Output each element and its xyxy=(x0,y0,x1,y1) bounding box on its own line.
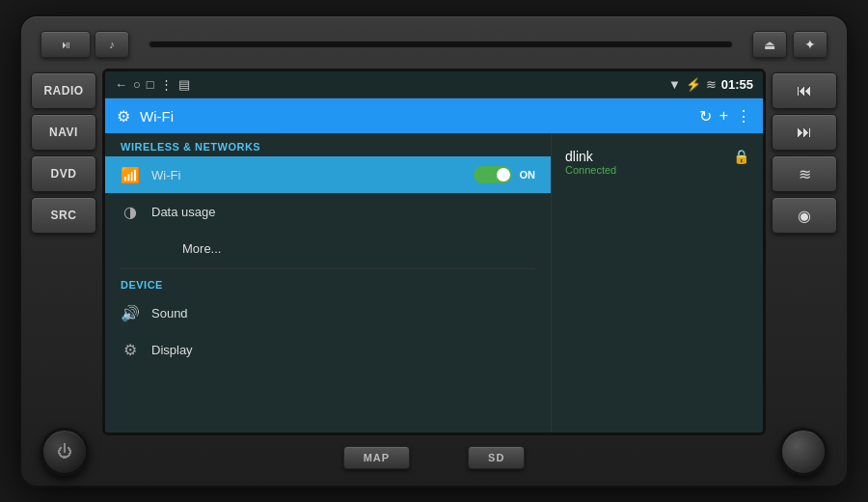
wifi-toggle-switch[interactable] xyxy=(474,166,512,183)
music-icon: ♪ xyxy=(109,39,115,50)
sd-button[interactable]: SD xyxy=(468,446,525,469)
action-bar-icons: ↻ + ⋮ xyxy=(699,107,751,126)
eject-button[interactable]: ⏏ xyxy=(752,31,787,58)
network-item-dlink[interactable]: 🔒 dlink Connected xyxy=(561,143,753,181)
top-right-buttons: ⏏ ✦ xyxy=(752,31,827,58)
display-label: Display xyxy=(151,343,535,357)
action-bar: ⚙ Wi-Fi ↻ + ⋮ xyxy=(105,98,763,133)
android-screen: ← ○ □ ⋮ ▤ ▼ ⚡ ≋ 01:55 ⚙ xyxy=(105,71,763,432)
network-panel: 🔒 dlink Connected xyxy=(551,133,763,432)
settings-gear-icon: ⚙ xyxy=(117,107,130,126)
settings-list: WIRELESS & NETWORKS 📶 Wi-Fi ON xyxy=(105,133,551,432)
data-usage-item[interactable]: ◑ Data usage xyxy=(105,193,551,230)
volume-knob-area xyxy=(779,428,827,476)
bluetooth-status-icon: ⚡ xyxy=(686,77,701,92)
data-usage-label: Data usage xyxy=(151,205,535,219)
antenna-button[interactable]: ◉ xyxy=(772,197,837,234)
status-bar-indicators: ▼ ⚡ ≋ 01:55 xyxy=(668,77,753,92)
display-icon: ⚙ xyxy=(121,341,140,359)
wifi-label: Wi-Fi xyxy=(151,168,462,182)
radio-button[interactable]: RADIO xyxy=(31,72,96,109)
eject-icon: ⏏ xyxy=(764,38,775,52)
status-bar: ← ○ □ ⋮ ▤ ▼ ⚡ ≋ 01:55 xyxy=(105,71,763,98)
recent-apps-icon[interactable]: □ xyxy=(147,77,154,92)
wifi-item-icon: 📶 xyxy=(121,166,140,184)
music-button[interactable]: ♪ xyxy=(95,31,129,58)
src-button[interactable]: SRC xyxy=(31,197,96,234)
wifi-signal-button[interactable]: ≋ xyxy=(772,155,837,192)
action-bar-title: Wi-Fi xyxy=(140,108,690,125)
fast-forward-icon: ⏭ xyxy=(797,124,812,141)
home-icon[interactable]: ○ xyxy=(133,77,141,92)
network-name: dlink xyxy=(565,149,749,164)
time-display: 01:55 xyxy=(721,77,753,92)
overflow-menu-icon[interactable]: ⋮ xyxy=(736,107,751,126)
navi-button[interactable]: NAVI xyxy=(31,114,96,151)
back-icon[interactable]: ← xyxy=(115,77,127,92)
wifi-signal-icon: ≋ xyxy=(799,165,811,183)
top-bar: ⏯ ♪ ⏏ ✦ xyxy=(31,24,837,65)
map-button[interactable]: MAP xyxy=(343,446,410,469)
brightness-button[interactable]: ✦ xyxy=(793,31,827,58)
rewind-button[interactable]: ⏮ xyxy=(772,72,837,109)
car-head-unit: ⏯ ♪ ⏏ ✦ RADIO NAVI DVD xyxy=(19,14,849,488)
right-button-panel: ⏮ ⏭ ≋ ◉ xyxy=(772,69,837,435)
wifi-status-icon: ≋ xyxy=(706,77,717,92)
wifi-settings-item[interactable]: 📶 Wi-Fi ON xyxy=(105,156,551,193)
sound-item[interactable]: 🔊 Sound xyxy=(105,294,551,331)
add-network-icon[interactable]: + xyxy=(719,107,728,125)
left-button-panel: RADIO NAVI DVD SRC xyxy=(31,69,96,435)
more-label: More... xyxy=(151,241,535,256)
network-connection-status: Connected xyxy=(565,164,749,176)
wireless-networks-header: WIRELESS & NETWORKS xyxy=(105,133,551,156)
rewind-icon: ⏮ xyxy=(797,82,812,99)
power-knob[interactable]: ⏻ xyxy=(41,428,89,476)
sound-icon: 🔊 xyxy=(121,304,140,322)
bottom-center-buttons: MAP SD xyxy=(343,446,526,469)
menu-icon[interactable]: ⋮ xyxy=(160,77,173,92)
display-item[interactable]: ⚙ Display xyxy=(105,331,551,368)
volume-knob[interactable] xyxy=(779,428,827,476)
screen-container: ← ○ □ ⋮ ▤ ▼ ⚡ ≋ 01:55 ⚙ xyxy=(102,69,766,435)
play-pause-icon: ⏯ xyxy=(61,39,71,50)
more-item[interactable]: More... xyxy=(105,230,551,266)
sound-label: Sound xyxy=(151,306,535,321)
fast-forward-button[interactable]: ⏭ xyxy=(772,114,837,151)
refresh-icon[interactable]: ↻ xyxy=(699,107,712,126)
brightness-icon: ✦ xyxy=(804,37,816,52)
gps-status-icon: ▼ xyxy=(668,77,681,92)
section-divider xyxy=(121,268,535,269)
settings-content: WIRELESS & NETWORKS 📶 Wi-Fi ON xyxy=(105,133,763,432)
network-lock-icon: 🔒 xyxy=(733,149,749,164)
middle-section: RADIO NAVI DVD SRC ← ○ □ ⋮ xyxy=(31,69,837,435)
play-pause-button[interactable]: ⏯ xyxy=(41,31,91,58)
nav-icon: ▤ xyxy=(178,77,190,92)
status-bar-nav: ← ○ □ ⋮ ▤ xyxy=(115,77,190,92)
antenna-icon: ◉ xyxy=(798,207,811,225)
dvd-button[interactable]: DVD xyxy=(31,155,96,192)
bottom-bar: ⏻ MAP SD xyxy=(31,439,837,476)
power-knob-area: ⏻ xyxy=(41,428,89,476)
power-symbol: ⏻ xyxy=(57,443,72,460)
wifi-toggle-group: ON xyxy=(474,166,536,183)
top-left-buttons: ⏯ ♪ xyxy=(41,31,129,58)
cd-slot xyxy=(149,41,733,48)
data-usage-icon: ◑ xyxy=(121,203,140,221)
wifi-toggle-text: ON xyxy=(520,169,536,181)
device-header: DEVICE xyxy=(105,271,551,294)
